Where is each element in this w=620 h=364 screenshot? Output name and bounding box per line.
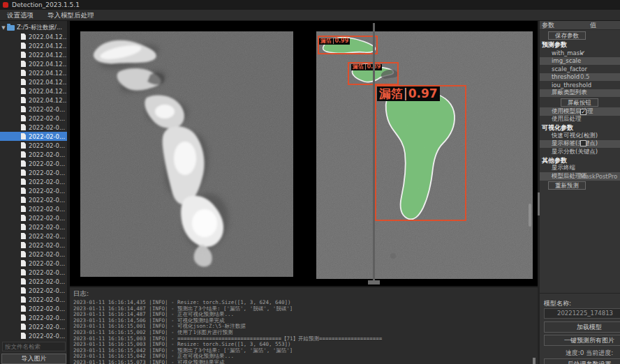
param-row[interactable]: img_scale (540, 57, 620, 66)
log-panel[interactable]: 日志: 2023-01-11 16:16:14,435 |INFO| - Res… (70, 286, 538, 364)
param-row[interactable]: iou_threshold (540, 81, 620, 89)
file-icon (21, 142, 26, 149)
param-row[interactable]: threshold0.5 (540, 73, 620, 82)
tree-item[interactable]: 2022-02-0... (0, 141, 67, 150)
tree-item[interactable]: 2022-02-0... (0, 105, 67, 114)
tree-root[interactable]: ▼ Z:/5-标注数据/... (0, 23, 67, 32)
tree-item[interactable]: 2022.04.12... (0, 68, 67, 77)
tree-item[interactable]: 2022-02-0... (0, 150, 67, 159)
tree-item-label: 2022.04.12... (29, 88, 67, 95)
app-window: Detection_2023.1.5.1 设置选项 导入模型后处理 ▼ Z:/5… (0, 0, 620, 364)
tree-item-label: 2022-02-0... (29, 324, 65, 331)
param-row[interactable]: 模型后处理器MaskPostPro (540, 172, 620, 181)
left-image-viewer[interactable] (80, 31, 293, 277)
param-row[interactable]: 使用模型后处理✓ (540, 107, 620, 116)
expand-arrow-icon[interactable]: ▼ (0, 25, 7, 31)
search-input[interactable] (2, 342, 66, 351)
tree-item[interactable]: 2022-02-0... (0, 132, 67, 141)
tree-item[interactable]: 2022-02-0... (0, 259, 67, 268)
tree-item[interactable]: 2022-02-0... (0, 232, 67, 241)
tree-item[interactable]: 2022-02-0... (0, 123, 67, 132)
param-row[interactable]: 使用后处理 (540, 116, 620, 124)
params-scrollbar[interactable] (538, 192, 540, 215)
file-icon (21, 52, 26, 58)
param-section-header: 其他参数 (540, 156, 620, 165)
param-label: 显示终端 (540, 164, 580, 172)
tree-item-label: 2022-02-0... (29, 278, 65, 285)
tree-item[interactable]: 2022.04.12... (0, 96, 67, 105)
tree-item[interactable]: 2022-02-0... (0, 295, 67, 304)
tree-item-label: 2022-02-0... (29, 233, 65, 240)
param-row[interactable]: 屏蔽类型列表 (540, 89, 620, 98)
param-row[interactable]: scale_factor (540, 65, 620, 73)
checkbox[interactable]: ✓ (580, 109, 586, 115)
file-icon (21, 106, 26, 112)
file-icon (21, 33, 26, 40)
tree-item[interactable]: 2022-02-0... (0, 204, 67, 213)
load-model-button[interactable]: 加载模型 (544, 321, 620, 333)
file-icon (21, 160, 26, 167)
log-title: 日志: (70, 287, 538, 300)
tree-item[interactable]: 2022-02-0... (0, 186, 67, 195)
param-label: scale_factor (540, 66, 580, 73)
splitter[interactable] (373, 23, 375, 282)
tree-item[interactable]: 2022-02-0... (0, 322, 67, 331)
model-name-field[interactable]: 20221225_174813 (544, 308, 620, 319)
tree-item[interactable]: 2022-02-0... (0, 168, 67, 177)
tree-item[interactable]: 2022-02-0... (0, 313, 67, 322)
tree-item[interactable]: 2022.04.12... (0, 77, 67, 86)
tree-item[interactable]: 2022-02-0... (0, 114, 67, 123)
tree-item[interactable]: 2022-02-0... (0, 286, 67, 295)
tree-item[interactable]: 2022.04.12... (0, 32, 67, 41)
tree-item-label: 2022-02-0... (29, 333, 65, 340)
tree-item[interactable]: 2022-02-0... (0, 331, 67, 340)
tree-item[interactable]: 2022-02-0... (0, 159, 67, 168)
param-row[interactable]: 显示终端 (540, 165, 620, 173)
menubar: 设置选项 导入模型后处理 (0, 10, 620, 21)
menu-settings[interactable]: 设置选项 (0, 10, 40, 21)
log-scrollbar[interactable] (533, 358, 536, 364)
param-action-button[interactable]: 保存参数 (548, 31, 586, 40)
param-row[interactable]: 显示分数(关键点) (540, 148, 620, 156)
tree-item[interactable]: 2022.04.12... (0, 59, 67, 68)
file-icon (21, 124, 26, 130)
tree-item[interactable]: 2022-02-0... (0, 241, 67, 250)
param-row[interactable]: with_mask✓ (540, 49, 620, 57)
detection-class: 漏箔 (320, 38, 332, 44)
file-icon (21, 43, 26, 49)
param-label: 模型后处理器 (540, 172, 580, 181)
tree-item[interactable]: 2022-02-0... (0, 213, 67, 222)
viewer-scrollbar[interactable] (529, 204, 531, 227)
tree-item[interactable]: 2022.04.12... (0, 86, 67, 96)
tree-item[interactable]: 2022-02-0... (0, 304, 67, 313)
file-icon (21, 197, 26, 203)
detection-score: 0.97 (408, 86, 438, 100)
import-images-button[interactable]: 导入图片 (1, 354, 66, 364)
tree-item[interactable]: 2022-02-0... (0, 222, 67, 232)
file-icon (21, 260, 26, 266)
file-icon (21, 251, 26, 257)
param-button-row: 重新预测 (540, 181, 620, 191)
file-icon (21, 206, 26, 212)
tree-item-label: 2022-02-0... (29, 242, 65, 249)
file-icon (21, 324, 26, 330)
tree-item[interactable]: 2022.04.12... (0, 50, 67, 59)
param-action-button[interactable]: 重新预测 (548, 181, 586, 190)
right-image-viewer[interactable]: 漏箔|0.99 漏箔|0.89 漏箔|0.97 (316, 31, 533, 279)
checkbox[interactable] (580, 140, 586, 146)
tree-item[interactable]: 2022-02-0... (0, 195, 67, 204)
tree-item[interactable]: 2022-02-0... (0, 177, 67, 186)
menu-import-postprocess[interactable]: 导入模型后处理 (40, 10, 101, 21)
postprocess-settings-button[interactable]: 后处理参数设置 (544, 358, 620, 364)
tree-item[interactable]: 2022-02-0... (0, 268, 67, 277)
tree-item[interactable]: 2022-02-0... (0, 277, 67, 286)
tree-item[interactable]: 2022.04.12... (0, 41, 67, 50)
splitter-handle[interactable] (368, 280, 380, 285)
predict-all-button[interactable]: 一键预测所有图片 (544, 335, 620, 346)
tree-item-label: 2022-02-0... (29, 305, 65, 312)
param-row[interactable]: 显示标签(关键点) (540, 140, 620, 149)
param-action-button[interactable]: 屏蔽按钮 (561, 98, 598, 107)
param-label: 显示分数(关键点) (540, 148, 580, 156)
tree-item[interactable]: 2022-02-0... (0, 250, 67, 259)
param-row[interactable]: 快速可视化(检测) (540, 132, 620, 140)
